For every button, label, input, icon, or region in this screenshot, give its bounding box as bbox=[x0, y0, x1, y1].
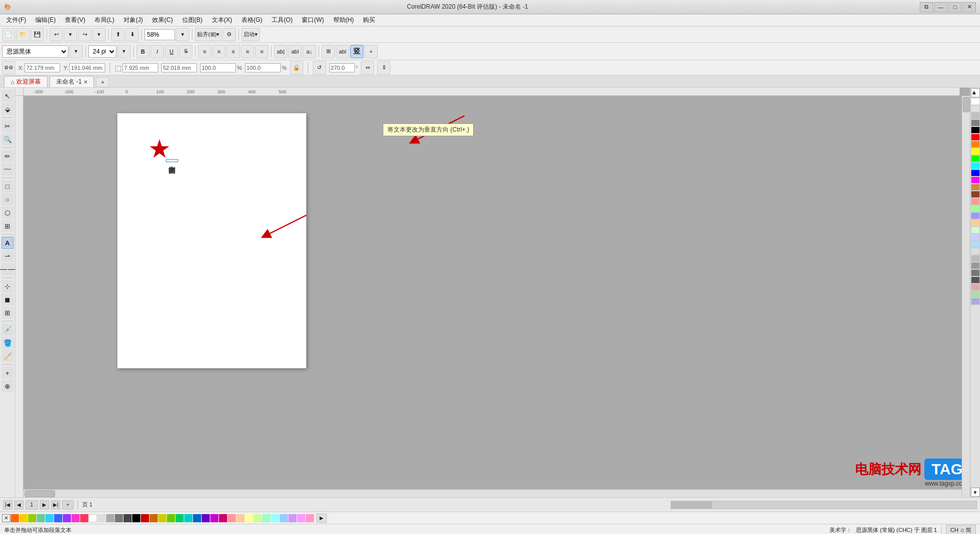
blend-tool[interactable]: ⊹ bbox=[2, 280, 14, 292]
erase-tool[interactable]: 🧹 bbox=[2, 350, 14, 362]
vertical-text-block[interactable]: 举例文本内容 bbox=[166, 159, 178, 162]
color-swatch[interactable] bbox=[236, 514, 244, 522]
edit-palette-btn[interactable]: ▶ bbox=[316, 514, 327, 523]
menu-layout[interactable]: 布局(L) bbox=[90, 15, 118, 26]
tab-home[interactable]: ⌂ 欢迎屏幕 bbox=[4, 76, 47, 87]
color-swatch[interactable] bbox=[158, 514, 166, 522]
color-swatch[interactable] bbox=[89, 514, 97, 522]
save-btn[interactable]: 💾 bbox=[31, 28, 44, 41]
tab-document[interactable]: 未命名 -1 × bbox=[50, 76, 94, 87]
import-btn[interactable]: ⬆ bbox=[111, 28, 125, 41]
palette-color[interactable] bbox=[971, 212, 980, 219]
color-swatch[interactable] bbox=[80, 514, 88, 522]
palette-color[interactable] bbox=[971, 162, 980, 169]
color-swatch[interactable] bbox=[297, 514, 305, 522]
page-scrollbar-thumb[interactable] bbox=[671, 501, 712, 508]
color-swatch[interactable] bbox=[71, 514, 80, 522]
snap-btn[interactable]: 贴齐(⊞)▾ bbox=[195, 28, 222, 41]
size-dropdown[interactable]: ▾ bbox=[117, 45, 131, 58]
node-tool[interactable]: ⬙ bbox=[2, 103, 14, 115]
text-caps-btn[interactable]: ab| bbox=[274, 45, 287, 58]
mirror-v-btn[interactable]: ⇕ bbox=[377, 61, 390, 74]
page-add-btn[interactable]: + bbox=[62, 500, 74, 510]
palette-color[interactable] bbox=[971, 155, 980, 162]
menu-table[interactable]: 表格(G) bbox=[237, 15, 266, 26]
scrollbar-bottom[interactable] bbox=[23, 489, 962, 497]
palette-color[interactable] bbox=[971, 205, 980, 212]
palette-color[interactable] bbox=[971, 134, 980, 141]
font-size-selector[interactable]: 24 pt bbox=[88, 45, 116, 58]
redo-btn[interactable]: ↪ bbox=[78, 28, 91, 41]
scrollbar-thumb-right[interactable] bbox=[963, 97, 970, 112]
ch-input-btn[interactable]: CH ♫ 简 bbox=[946, 525, 976, 534]
palette-color[interactable] bbox=[971, 119, 980, 126]
page-scrollbar[interactable] bbox=[671, 501, 977, 509]
palette-color[interactable] bbox=[971, 298, 980, 305]
color-swatch[interactable] bbox=[150, 514, 158, 522]
text-subscript-btn[interactable]: a↓ bbox=[303, 45, 316, 58]
palette-color[interactable] bbox=[971, 176, 980, 184]
italic-btn[interactable]: I bbox=[151, 45, 164, 58]
color-swatch[interactable] bbox=[132, 514, 140, 522]
strikethrough-btn[interactable]: S̶ bbox=[179, 45, 192, 58]
palette-color[interactable] bbox=[971, 226, 980, 234]
color-swatch[interactable] bbox=[167, 514, 175, 522]
color-swatch[interactable] bbox=[245, 514, 253, 522]
fill-tool[interactable]: 🪣 bbox=[2, 337, 14, 349]
color-swatch[interactable] bbox=[19, 514, 28, 522]
color-swatch[interactable] bbox=[193, 514, 201, 522]
palette-color[interactable] bbox=[971, 234, 980, 241]
color-swatch[interactable] bbox=[262, 514, 271, 522]
color-swatch[interactable] bbox=[106, 514, 114, 522]
plus-btn[interactable]: + bbox=[2, 367, 14, 379]
art-tool[interactable]: 〰 bbox=[2, 163, 14, 175]
scrollbar-right[interactable] bbox=[962, 96, 970, 497]
color-swatch[interactable] bbox=[97, 514, 106, 522]
zoom-tool[interactable]: 🔍 bbox=[2, 133, 14, 145]
tab-close-icon[interactable]: × bbox=[84, 79, 87, 86]
palette-color[interactable] bbox=[971, 269, 980, 276]
color-swatch[interactable] bbox=[254, 514, 262, 522]
ellipse-tool[interactable]: ○ bbox=[2, 193, 14, 206]
parallel-tool[interactable]: ⇀ bbox=[2, 250, 14, 262]
close-btn[interactable]: ✕ bbox=[963, 2, 976, 12]
color-swatch[interactable] bbox=[280, 514, 288, 522]
palette-color[interactable] bbox=[971, 198, 980, 205]
palette-color[interactable] bbox=[971, 105, 980, 112]
palette-color[interactable] bbox=[971, 262, 980, 269]
undo-list-btn[interactable]: ▾ bbox=[64, 28, 77, 41]
lock-scale-btn[interactable]: 🔒 bbox=[290, 61, 303, 74]
menu-tools[interactable]: 工具(O) bbox=[267, 15, 297, 26]
page-prev-btn[interactable]: ◀ bbox=[14, 500, 23, 510]
tab-add-btn[interactable]: + bbox=[96, 77, 109, 87]
color-swatch[interactable] bbox=[228, 514, 236, 522]
palette-color[interactable] bbox=[971, 141, 980, 148]
color-swatch[interactable] bbox=[28, 514, 36, 522]
page-last-btn[interactable]: ▶| bbox=[51, 500, 60, 510]
menu-text[interactable]: 文本(X) bbox=[208, 15, 236, 26]
polygon-tool[interactable]: ⬡ bbox=[2, 207, 14, 219]
palette-color[interactable] bbox=[971, 241, 980, 248]
rotate-btn[interactable]: ↺ bbox=[313, 61, 326, 74]
menu-file[interactable]: 文件(F) bbox=[2, 15, 30, 26]
menu-edit[interactable]: 编辑(E) bbox=[31, 15, 60, 26]
text-char-btn[interactable]: abl bbox=[288, 45, 302, 58]
align-justify-btn[interactable]: ≡ bbox=[241, 45, 254, 58]
table-tool[interactable]: ⊞ bbox=[2, 220, 14, 232]
palette-color[interactable] bbox=[971, 284, 980, 291]
palette-color[interactable] bbox=[971, 191, 980, 198]
text-tool[interactable]: A bbox=[2, 237, 14, 249]
palette-scroll-down[interactable]: ▼ bbox=[971, 488, 980, 497]
new-btn[interactable]: 📄 bbox=[2, 28, 15, 41]
freehand-tool[interactable]: ✏ bbox=[2, 150, 14, 162]
color-swatch[interactable] bbox=[124, 514, 132, 522]
start-btn[interactable]: 启动▾ bbox=[241, 28, 260, 41]
open-btn[interactable]: 📁 bbox=[16, 28, 30, 41]
menu-object[interactable]: 对象(J) bbox=[119, 15, 147, 26]
color-swatch[interactable] bbox=[11, 514, 19, 522]
menu-bitmap[interactable]: 位图(B) bbox=[178, 15, 207, 26]
menu-effect[interactable]: 效果(C) bbox=[148, 15, 177, 26]
page-num-btn[interactable]: 1 bbox=[26, 500, 38, 510]
zoom-dropdown[interactable]: ▾ bbox=[176, 28, 189, 41]
undo-btn[interactable]: ↩ bbox=[50, 28, 63, 41]
